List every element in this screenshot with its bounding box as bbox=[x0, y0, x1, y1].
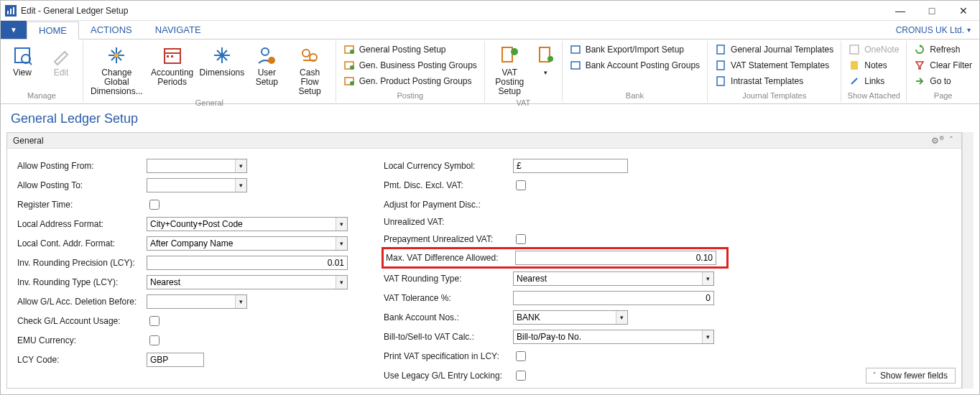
svg-rect-21 bbox=[502, 47, 512, 62]
refresh-button[interactable]: Refresh bbox=[911, 42, 975, 57]
dimensions-icon bbox=[105, 44, 128, 67]
vat-tolerance-input[interactable] bbox=[513, 291, 714, 305]
lcy-code-input[interactable] bbox=[147, 353, 204, 367]
dropdown-icon[interactable]: ▾ bbox=[702, 330, 713, 343]
inv-rounding-precision-label: Inv. Rounding Precision (LCY): bbox=[17, 258, 147, 268]
onenote-button[interactable]: OneNote bbox=[846, 42, 902, 57]
cash-flow-icon bbox=[298, 44, 321, 67]
prepayment-unrealized-vat-checkbox[interactable] bbox=[516, 234, 526, 244]
allow-posting-from-input[interactable] bbox=[147, 159, 247, 173]
bill-to-vat-calc-input[interactable] bbox=[513, 330, 714, 344]
notes-button[interactable]: Notes bbox=[846, 58, 902, 73]
bank2-icon bbox=[570, 60, 581, 71]
user-icon bbox=[255, 44, 278, 67]
group-label-manage: Manage bbox=[5, 90, 78, 101]
accounting-periods-button[interactable]: AccountingPeriods bbox=[150, 42, 195, 98]
dropdown-icon[interactable]: ▾ bbox=[616, 311, 627, 324]
lcy-code-label: LCY Code: bbox=[17, 355, 147, 365]
local-addr-format-input[interactable] bbox=[147, 217, 348, 231]
vst-label: VAT Statement Templates bbox=[731, 60, 829, 70]
template2-icon bbox=[715, 60, 726, 71]
setup-icon bbox=[343, 44, 355, 55]
dropdown-icon[interactable]: ▾ bbox=[235, 179, 246, 192]
register-time-checkbox[interactable] bbox=[149, 200, 160, 210]
inv-rounding-type-input[interactable] bbox=[147, 275, 348, 289]
svg-point-16 bbox=[350, 50, 354, 54]
chevron-up-icon[interactable]: ˆ bbox=[947, 136, 956, 146]
print-vat-spec-checkbox[interactable] bbox=[516, 351, 526, 361]
vat-extra-icon bbox=[535, 44, 558, 67]
bank-account-posting-groups-button[interactable]: Bank Account Posting Groups bbox=[567, 58, 703, 73]
cash-flow-setup-button[interactable]: Cash FlowSetup bbox=[288, 42, 330, 98]
links-button[interactable]: Links bbox=[846, 74, 902, 88]
vat-posting-setup-button[interactable]: VAT PostingSetup bbox=[489, 42, 530, 98]
file-menu[interactable]: ▼ bbox=[1, 21, 27, 39]
close-button[interactable]: ✕ bbox=[948, 1, 979, 21]
links-icon bbox=[849, 75, 860, 87]
goto-icon bbox=[914, 75, 925, 87]
dropdown-icon[interactable]: ▾ bbox=[235, 159, 246, 172]
vat-statement-templates-button[interactable]: VAT Statement Templates bbox=[712, 58, 836, 73]
gps-label: General Posting Setup bbox=[359, 45, 446, 55]
clear-filter-button[interactable]: Clear Filter bbox=[911, 58, 975, 73]
local-cont-addr-format-input[interactable] bbox=[147, 236, 348, 251]
pmt-disc-excl-vat-checkbox[interactable] bbox=[516, 180, 526, 190]
check-gl-usage-checkbox[interactable] bbox=[149, 316, 160, 326]
accounting-periods-label: AccountingPeriods bbox=[151, 68, 193, 87]
dropdown-icon[interactable]: ▾ bbox=[336, 276, 347, 289]
general-journal-templates-button[interactable]: General Journal Templates bbox=[712, 42, 836, 57]
goto-button[interactable]: Go to bbox=[911, 74, 975, 88]
cash-flow-label: Cash FlowSetup bbox=[291, 68, 328, 96]
company-indicator[interactable]: CRONUS UK Ltd. ▾ bbox=[887, 21, 979, 39]
max-vat-diff-highlight: Max. VAT Difference Allowed: bbox=[382, 247, 729, 269]
dropdown-icon[interactable]: ▾ bbox=[336, 218, 347, 231]
gen-business-posting-groups-button[interactable]: Gen. Business Posting Groups bbox=[341, 58, 480, 73]
local-currency-symbol-input[interactable] bbox=[513, 159, 628, 173]
view-button[interactable]: View bbox=[5, 42, 40, 90]
user-setup-button[interactable]: UserSetup bbox=[249, 42, 284, 98]
vat-rounding-type-input[interactable] bbox=[513, 271, 714, 286]
maximize-button[interactable]: □ bbox=[916, 1, 948, 21]
dropdown-icon[interactable]: ▾ bbox=[702, 272, 713, 285]
bank-account-nos-input[interactable] bbox=[513, 310, 628, 325]
minimize-button[interactable]: — bbox=[884, 1, 916, 21]
general-posting-setup-button[interactable]: General Posting Setup bbox=[341, 42, 480, 57]
tab-navigate[interactable]: NAVIGATE bbox=[144, 21, 213, 39]
allow-gl-deletion-input[interactable] bbox=[147, 294, 247, 309]
gen-product-posting-groups-button[interactable]: Gen. Product Posting Groups bbox=[341, 74, 480, 88]
max-vat-diff-input[interactable] bbox=[515, 251, 716, 265]
show-fewer-fields-button[interactable]: ˆ Show fewer fields bbox=[866, 368, 956, 384]
emu-currency-checkbox[interactable] bbox=[149, 335, 160, 345]
gjt-label: General Journal Templates bbox=[731, 45, 833, 55]
tab-home[interactable]: HOME bbox=[27, 22, 79, 40]
ribbon-group-general: Change GlobalDimensions... AccountingPer… bbox=[83, 41, 336, 102]
notes-icon bbox=[849, 60, 860, 71]
bank-export-import-button[interactable]: Bank Export/Import Setup bbox=[567, 42, 703, 57]
vat-extra-button[interactable]: ▾ bbox=[535, 42, 558, 98]
chevron-up-icon: ˆ bbox=[874, 372, 876, 380]
svg-rect-29 bbox=[717, 77, 724, 85]
tab-actions[interactable]: ACTIONS bbox=[79, 21, 144, 39]
groups2-icon bbox=[343, 75, 355, 87]
svg-rect-10 bbox=[171, 55, 173, 57]
intrastat-templates-button[interactable]: Intrastat Templates bbox=[712, 74, 836, 88]
max-vat-diff-label: Max. VAT Difference Allowed: bbox=[386, 253, 515, 263]
dimensions-button[interactable]: Dimensions bbox=[198, 42, 245, 98]
scrollbar[interactable] bbox=[962, 132, 974, 389]
bank-icon bbox=[570, 44, 581, 55]
dropdown-icon[interactable]: ▾ bbox=[336, 237, 347, 250]
dropdown-icon[interactable]: ▾ bbox=[235, 295, 246, 308]
change-global-dimensions-button[interactable]: Change GlobalDimensions... bbox=[88, 42, 146, 98]
use-legacy-gl-checkbox[interactable] bbox=[516, 371, 526, 381]
allow-posting-to-input[interactable] bbox=[147, 178, 247, 192]
svg-rect-9 bbox=[167, 55, 169, 57]
gear-icon[interactable]: ⚙⚙ bbox=[928, 135, 947, 146]
edit-button[interactable]: Edit bbox=[44, 42, 78, 90]
right-column: Local Currency Symbol: Pmt. Disc. Excl. … bbox=[384, 159, 729, 384]
svg-rect-27 bbox=[717, 45, 724, 54]
print-vat-spec-label: Print VAT specification in LCY: bbox=[384, 351, 513, 361]
general-panel: General ⚙⚙ ˆ Allow Posting From: ▾ bbox=[6, 132, 962, 389]
inv-rounding-precision-input[interactable] bbox=[147, 256, 348, 270]
svg-point-12 bbox=[268, 57, 275, 64]
panel-header[interactable]: General ⚙⚙ ˆ bbox=[7, 133, 961, 149]
